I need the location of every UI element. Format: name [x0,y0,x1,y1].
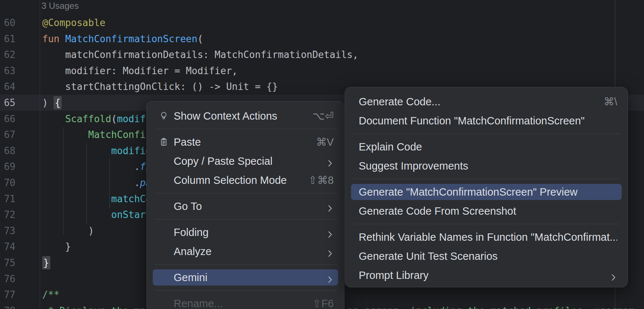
menu-separator [155,129,337,129]
menu-item-go-to[interactable]: Go To [147,197,344,216]
code-line-78: * Displays the maon screen, including th… [42,303,146,309]
line-number-66: 66 [0,111,15,127]
menu-separator [352,179,620,179]
menu-item-prompt-library[interactable]: Prompt Library [345,266,627,285]
menu-item-label: Generate Unit Test Scenarios [359,250,498,262]
code-token: * Displays the ma [42,305,146,309]
clipboard-icon [159,137,169,147]
line-number-78: 78 [0,303,15,309]
menu-separator [352,224,620,224]
menu-item-label: Show Context Actions [174,110,277,122]
menu-item-label: Analyze [174,246,211,258]
usages-inlay-hint[interactable]: 3 Usages [41,1,79,11]
menu-item-label: Prompt Library [359,269,428,281]
line-number-77: 77 [0,287,15,302]
code-line-65: ) { [42,95,62,110]
code-token: @Composable [42,17,105,28]
line-number-64: 64 [0,79,15,94]
menu-item-generate-code-from-screenshot[interactable]: Generate Code From Screenshot [345,201,627,221]
menu-separator [155,193,337,193]
submenu-chevron-icon [328,248,332,255]
menu-item-label: Paste [174,136,201,148]
code-line-73: ) [42,223,94,239]
code-token: startChattingOnClick: () -> Unit = {} [42,81,278,92]
menu-item-rename[interactable]: Rename...⇧F6 [147,294,344,309]
menu-item-label: Document Function "MatchConfirmationScre… [359,115,585,127]
menu-item-generate-code[interactable]: Generate Code...⌘\ [345,92,627,111]
line-number-75: 75 [0,255,15,270]
menu-item-gemini[interactable]: Gemini [147,268,344,287]
code-line-66: Scaffold(modifier [42,111,163,127]
code-token: ( [111,113,117,124]
line-number-74: 74 [0,239,15,254]
code-token: ( [198,33,203,44]
menu-separator [155,290,337,291]
editor-context-menu: Show Context Actions⌥⏎Paste⌘VCopy / Past… [146,101,344,309]
line-number-76: 76 [0,271,15,287]
code-line-69: .fil [42,159,157,174]
menu-separator [352,134,620,134]
line-number-60: 60 [0,15,15,30]
menu-item-suggest-improvements[interactable]: Suggest Improvements [345,156,627,175]
menu-item-document-function[interactable]: Document Function "MatchConfirmationScre… [345,111,627,130]
code-line-62: matchConfirmationDetails: MatchConfirmat… [42,47,358,62]
code-token [42,193,111,204]
menu-item-generate-unit-test-scenarios[interactable]: Generate Unit Test Scenarios [345,247,627,266]
menu-item-label: Column Selection Mode [174,174,287,186]
menu-item-label: Rethink Variable Names in Function "Matc… [359,231,617,243]
ide-screenshot: { "palette": { "bg": "#1E1F22", "current… [0,0,644,309]
menu-item-column-selection-mode[interactable]: Column Selection Mode⇧⌘8 [147,171,344,190]
code-token: MatchConfirmationScreen [65,33,198,44]
code-line-71: matchConf [42,191,163,207]
menu-item-shortcut: ⇧F6 [312,297,334,309]
line-number-65: 65 [0,95,15,110]
code-line-61: fun MatchConfirmationScreen( [42,31,203,47]
menu-item-label: Generate Code... [359,96,440,108]
line-number-68: 68 [0,143,15,159]
line-number-71: 71 [0,191,15,207]
menu-item-label: Explain Code [359,141,422,153]
line-number-67: 67 [0,127,15,142]
lightbulb-icon [159,111,169,121]
line-number-73: 73 [0,223,15,239]
code-token: modifier: Modifier = Modifier, [42,65,238,76]
code-token: on screen, including the matched profile… [347,303,634,309]
menu-item-shortcut: ⇧⌘8 [308,174,334,186]
code-line-72: onStartC [42,207,157,222]
code-token: } [42,256,50,269]
code-token: matchConfirmationDetails: MatchConfirmat… [42,49,358,60]
menu-item-analyze[interactable]: Analyze [147,242,344,261]
menu-item-show-context-actions[interactable]: Show Context Actions⌥⏎ [147,106,344,126]
menu-item-label: Generate "MatchConfirmationScreen" Previ… [359,186,578,198]
code-token: fun [42,33,65,44]
code-token [42,145,111,156]
menu-item-shortcut: ⌘\ [604,95,617,108]
submenu-chevron-icon [328,229,332,236]
menu-item-label: Copy / Paste Special [174,155,272,167]
submenu-chevron-icon [611,272,616,279]
gemini-submenu: Generate Code...⌘\Document Function "Mat… [345,87,628,287]
line-number-63: 63 [0,63,15,79]
menu-item-shortcut: ⌘V [316,136,334,148]
submenu-chevron-icon [328,274,332,281]
code-token: } [42,241,71,252]
code-token: ) [42,97,54,108]
code-line-64: startChattingOnClick: () -> Unit = {} [42,79,278,94]
menu-item-paste[interactable]: Paste⌘V [147,132,344,152]
menu-item-generate-preview[interactable]: Generate "MatchConfirmationScreen" Previ… [345,182,627,201]
code-line-63: modifier: Modifier = Modifier, [42,63,238,79]
line-number-70: 70 [0,175,15,190]
code-token: { [54,96,62,109]
menu-item-label: Gemini [174,272,207,284]
menu-item-copy-paste-special[interactable]: Copy / Paste Special [147,152,344,171]
menu-item-folding[interactable]: Folding [147,223,344,242]
code-token: Scaffold [65,113,111,124]
menu-item-label: Rename... [174,298,223,309]
menu-item-rethink-variable-names[interactable]: Rethink Variable Names in Function "Matc… [345,228,627,247]
code-token: ) [42,225,94,236]
submenu-chevron-icon [328,157,332,165]
line-number-62: 62 [0,47,15,62]
line-number-61: 61 [0,31,15,47]
menu-item-label: Generate Code From Screenshot [359,205,516,217]
menu-item-explain-code[interactable]: Explain Code [345,137,627,156]
